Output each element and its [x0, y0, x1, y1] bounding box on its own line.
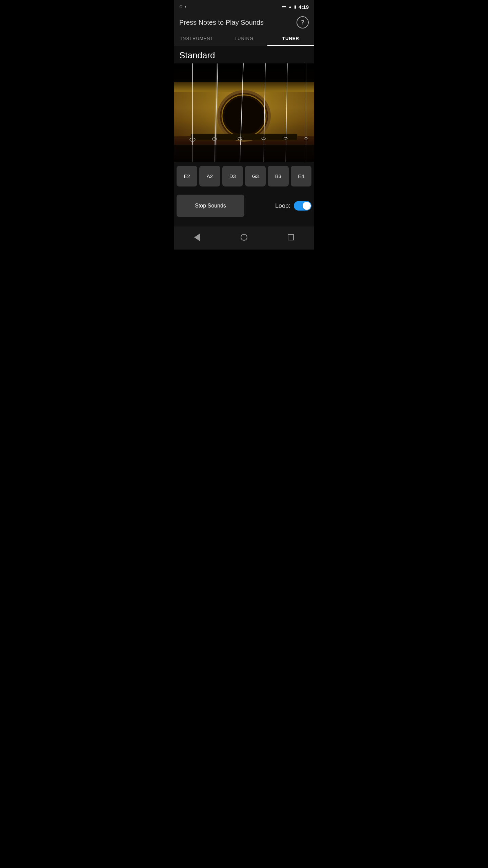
status-bar: ⊙ ▪ ▾▾ ▲ ▮ 4:19 — [174, 0, 314, 12]
loop-container: Loop: — [275, 201, 311, 211]
status-time: 4:19 — [299, 4, 309, 10]
home-icon — [241, 234, 247, 241]
tuning-label: Standard — [174, 46, 314, 63]
nav-home-button[interactable] — [237, 231, 251, 244]
note-button-e2[interactable]: E2 — [177, 166, 197, 186]
svg-rect-6 — [174, 63, 314, 82]
svg-rect-7 — [191, 134, 297, 140]
help-button[interactable]: ? — [297, 16, 309, 28]
tab-tuning[interactable]: TUNING — [221, 31, 267, 46]
alarm-icon: ⊙ — [179, 4, 183, 9]
wifi-icon: ▾▾ — [282, 4, 286, 9]
svg-rect-26 — [174, 145, 314, 162]
guitar-strings-svg — [174, 63, 314, 162]
header: Press Notes to Play Sounds ? — [174, 12, 314, 31]
tab-tuner[interactable]: TUNER — [267, 31, 314, 46]
loop-toggle[interactable] — [294, 201, 311, 211]
content-spacer — [174, 221, 314, 226]
nav-recent-button[interactable] — [284, 231, 298, 244]
sd-card-icon: ▪ — [185, 4, 186, 9]
status-left-icons: ⊙ ▪ — [179, 4, 186, 9]
stop-sounds-button[interactable]: Stop Sounds — [177, 195, 244, 217]
back-icon — [194, 233, 200, 241]
note-buttons-row: E2 A2 D3 G3 B3 E4 — [174, 162, 314, 191]
note-button-b3[interactable]: B3 — [268, 166, 288, 186]
tabs-bar: INSTRUMENT TUNING TUNER — [174, 31, 314, 46]
signal-icon: ▲ — [288, 4, 292, 9]
note-button-e4[interactable]: E4 — [291, 166, 311, 186]
header-title: Press Notes to Play Sounds — [179, 19, 264, 26]
bottom-controls: Stop Sounds Loop: — [174, 191, 314, 221]
battery-icon: ▮ — [294, 4, 297, 9]
help-icon: ? — [301, 19, 305, 26]
nav-back-button[interactable] — [190, 231, 204, 244]
guitar-image — [174, 63, 314, 162]
recent-icon — [288, 234, 294, 240]
tab-instrument[interactable]: INSTRUMENT — [174, 31, 221, 46]
status-right-icons: ▾▾ ▲ ▮ 4:19 — [282, 4, 309, 10]
toggle-knob — [303, 202, 311, 210]
nav-bar — [174, 226, 314, 250]
note-button-a2[interactable]: A2 — [199, 166, 220, 186]
svg-point-5 — [224, 97, 264, 135]
note-button-d3[interactable]: D3 — [222, 166, 243, 186]
loop-label: Loop: — [275, 202, 290, 210]
note-button-g3[interactable]: G3 — [245, 166, 266, 186]
